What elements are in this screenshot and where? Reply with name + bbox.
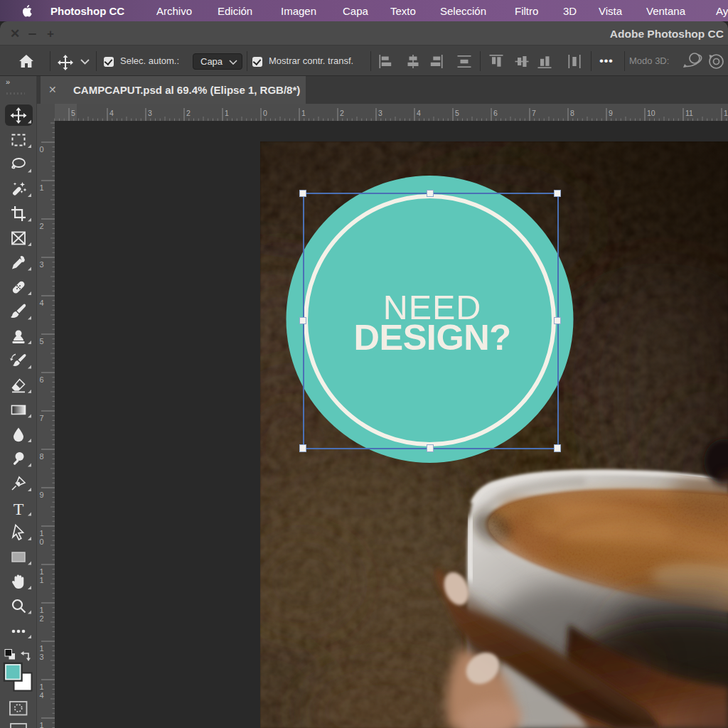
svg-text:2: 2	[40, 222, 44, 230]
svg-text:12: 12	[724, 109, 728, 117]
svg-text:0: 0	[40, 537, 44, 546]
svg-text:9: 9	[609, 109, 613, 117]
svg-text:7: 7	[40, 414, 44, 422]
svg-text:8: 8	[40, 452, 44, 461]
svg-text:1: 1	[40, 567, 44, 576]
svg-text:3: 3	[148, 109, 152, 117]
svg-text:3: 3	[40, 653, 44, 661]
svg-text:1: 1	[40, 529, 44, 537]
svg-text:9: 9	[40, 491, 44, 499]
svg-text:2: 2	[40, 614, 44, 623]
svg-text:1: 1	[225, 109, 229, 117]
svg-text:11: 11	[685, 109, 693, 117]
svg-text:5: 5	[40, 337, 44, 346]
svg-text:7: 7	[532, 109, 536, 117]
svg-text:4: 4	[40, 299, 44, 307]
svg-text:2: 2	[340, 109, 344, 117]
svg-text:1: 1	[40, 576, 44, 584]
svg-text:4: 4	[417, 109, 421, 117]
svg-text:4: 4	[109, 109, 114, 117]
svg-text:10: 10	[647, 109, 655, 117]
svg-text:1: 1	[40, 183, 44, 192]
svg-text:1: 1	[40, 721, 44, 728]
svg-text:6: 6	[493, 109, 498, 117]
svg-text:2: 2	[186, 109, 191, 117]
svg-text:DESIGN?: DESIGN?	[354, 317, 511, 358]
svg-text:8: 8	[570, 109, 574, 117]
svg-text:3: 3	[378, 109, 382, 117]
svg-text:0: 0	[40, 145, 44, 154]
svg-text:1: 1	[40, 682, 44, 691]
svg-text:0: 0	[263, 109, 267, 117]
svg-text:4: 4	[40, 691, 44, 700]
svg-text:1: 1	[40, 606, 44, 614]
svg-text:1: 1	[301, 109, 306, 117]
svg-text:5: 5	[455, 109, 459, 117]
svg-text:3: 3	[40, 260, 44, 269]
svg-text:1: 1	[40, 644, 44, 653]
svg-text:6: 6	[40, 375, 44, 384]
svg-text:T: T	[14, 500, 24, 518]
svg-text:5: 5	[71, 109, 75, 117]
